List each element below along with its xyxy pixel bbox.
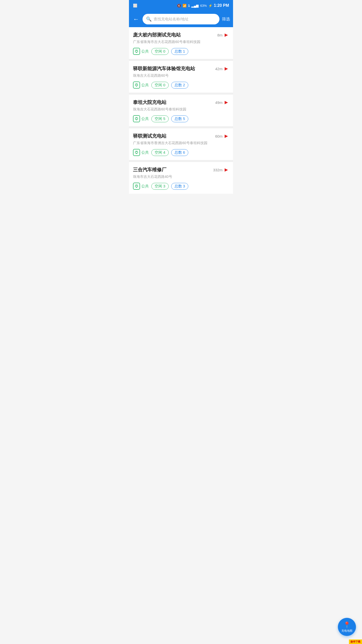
station-distance: 42m ►	[215, 66, 229, 71]
station-tags: 公共 空闲 0 总数 1	[133, 48, 229, 55]
station-distance: 332m ►	[213, 167, 229, 173]
plug-icon	[133, 48, 140, 55]
status-bar: ⬜ 🔇 📶 1 ▂▄▆ 63% ⚡ 1:20 PM	[129, 0, 233, 11]
station-tags: 公共 空闲 0 总数 2	[133, 82, 229, 89]
distance-value: 8m	[217, 33, 222, 37]
station-distance: 8m ►	[217, 32, 229, 38]
total-badge: 总数 2	[171, 82, 189, 89]
svg-rect-7	[136, 86, 137, 87]
signal-bars-icon: ▂▄▆	[191, 4, 199, 8]
station-tags: 公共 空闲 5 总数 5	[133, 115, 229, 122]
station-address: 广东省珠海市吉大石花西路60号泰坦科技园	[133, 40, 229, 44]
idle-badge: 空闲 0	[151, 82, 169, 89]
station-tags: 公共 空闲 4 总数 6	[133, 149, 229, 156]
nav-arrow-icon: ►	[223, 32, 229, 38]
plug-icon	[133, 183, 140, 190]
plug-icon	[133, 149, 140, 156]
svg-rect-10	[135, 118, 138, 119]
idle-badge: 空闲 0	[151, 48, 169, 55]
battery-icon: ⚡	[208, 4, 212, 8]
idle-badge: 空闲 5	[151, 115, 169, 122]
public-tag: 公共	[133, 48, 149, 55]
station-address: 珠海吉大石花西路60号泰坦科技园	[133, 107, 229, 112]
public-tag: 公共	[133, 183, 149, 190]
public-tag: 公共	[133, 115, 149, 122]
back-icon: ←	[133, 16, 139, 23]
filter-button[interactable]: 筛选	[222, 17, 230, 22]
station-name: 泰坦大院充电站	[133, 99, 213, 106]
public-label: 公共	[141, 184, 149, 189]
station-card[interactable]: 庞大桩内部测试充电站 8m ► 广东省珠海市吉大石花西路60号泰坦科技园	[129, 27, 233, 59]
nav-arrow-icon: ►	[223, 66, 229, 71]
back-button[interactable]: ←	[132, 15, 140, 24]
station-card[interactable]: 驿联新能源汽车体验馆充电站 42m ► 珠海吉大石花西路60号	[129, 61, 233, 93]
distance-value: 60m	[215, 134, 222, 138]
svg-rect-6	[135, 84, 138, 86]
distance-value: 332m	[213, 168, 223, 172]
idle-badge: 空闲 4	[151, 149, 169, 156]
search-icon: 🔍	[146, 16, 152, 22]
nav-arrow-icon: ►	[223, 133, 229, 139]
top-bar: ← 🔍 查找充电站名称/地址 筛选	[129, 11, 233, 27]
svg-rect-14	[135, 152, 138, 153]
total-badge: 总数 1	[171, 48, 189, 55]
station-name: 庞大桩内部测试充电站	[133, 32, 215, 38]
station-address: 广东省珠海市香洲吉大石花西路60号泰坦科技园	[133, 141, 229, 145]
distance-value: 42m	[215, 67, 222, 71]
wifi-icon: 📶	[183, 4, 187, 8]
mute-icon: 🔇	[177, 4, 181, 8]
station-address: 珠海市吉大石花西路40号	[133, 175, 229, 179]
station-distance: 60m ►	[215, 133, 229, 139]
idle-badge: 空闲 3	[151, 183, 169, 190]
station-name: 三合汽车维修厂	[133, 167, 211, 173]
station-address: 珠海吉大石花西路60号	[133, 73, 229, 78]
public-tag: 公共	[133, 149, 149, 156]
station-header: 驿联测试充电站 60m ►	[133, 133, 229, 139]
time-display: 1:20 PM	[214, 3, 229, 8]
station-header: 泰坦大院充电站 49m ►	[133, 99, 229, 106]
search-placeholder-text: 查找充电站名称/地址	[154, 17, 189, 22]
public-label: 公共	[141, 150, 149, 155]
svg-rect-15	[136, 153, 137, 154]
svg-rect-19	[136, 187, 137, 188]
plug-icon	[133, 115, 140, 122]
distance-value: 49m	[215, 100, 222, 105]
status-right: 🔇 📶 1 ▂▄▆ 63% ⚡ 1:20 PM	[177, 3, 229, 8]
total-badge: 总数 6	[171, 149, 189, 156]
station-card[interactable]: 泰坦大院充电站 49m ► 珠海吉大石花西路60号泰坦科技园	[129, 95, 233, 126]
svg-rect-18	[135, 185, 138, 187]
total-badge: 总数 3	[171, 183, 189, 190]
public-label: 公共	[141, 116, 149, 121]
station-header: 三合汽车维修厂 332m ►	[133, 167, 229, 173]
screen-icon: ⬜	[133, 4, 137, 8]
station-name: 驿联测试充电站	[133, 133, 213, 139]
svg-rect-2	[135, 51, 138, 52]
plug-icon	[133, 82, 140, 89]
station-list: 庞大桩内部测试充电站 8m ► 广东省珠海市吉大石花西路60号泰坦科技园	[129, 27, 233, 194]
signal-number: 1	[188, 4, 190, 8]
public-label: 公共	[141, 49, 149, 54]
search-box[interactable]: 🔍 查找充电站名称/地址	[143, 14, 219, 24]
station-distance: 49m ►	[215, 100, 229, 105]
station-tags: 公共 空闲 3 总数 3	[133, 183, 229, 190]
station-card[interactable]: 驿联测试充电站 60m ► 广东省珠海市香洲吉大石花西路60号泰坦科技园	[129, 128, 233, 160]
total-badge: 总数 5	[171, 115, 189, 122]
public-label: 公共	[141, 83, 149, 88]
status-left: ⬜	[133, 4, 137, 8]
svg-rect-11	[136, 119, 137, 120]
nav-arrow-icon: ►	[223, 167, 229, 173]
station-header: 庞大桩内部测试充电站 8m ►	[133, 32, 229, 38]
station-header: 驿联新能源汽车体验馆充电站 42m ►	[133, 65, 229, 72]
station-card[interactable]: 三合汽车维修厂 332m ► 珠海市吉大石花西路40号	[129, 162, 233, 194]
public-tag: 公共	[133, 82, 149, 89]
battery-text: 63%	[200, 4, 207, 8]
nav-arrow-icon: ►	[223, 100, 229, 105]
svg-rect-3	[136, 52, 137, 53]
station-name: 驿联新能源汽车体验馆充电站	[133, 65, 213, 72]
